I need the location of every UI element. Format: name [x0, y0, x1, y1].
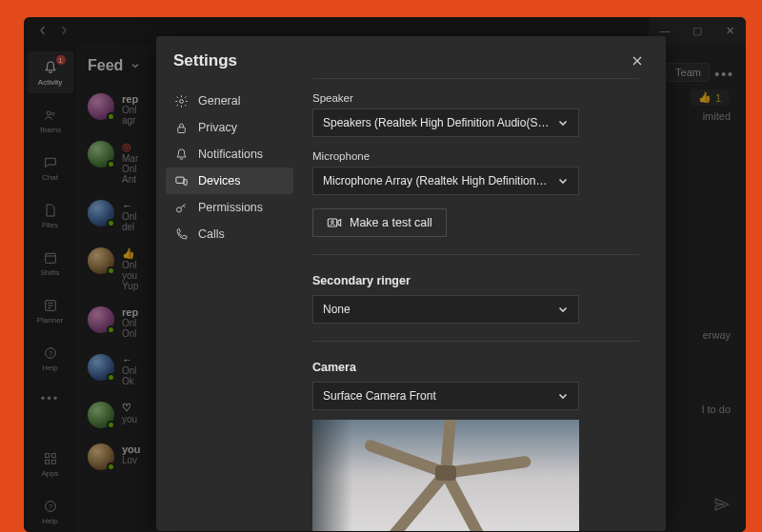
test-call-icon — [327, 216, 342, 229]
divider — [312, 341, 639, 342]
nav-privacy[interactable]: Privacy — [166, 114, 293, 141]
close-icon — [632, 55, 643, 67]
test-call-button[interactable]: Make a test call — [312, 208, 447, 237]
nav-calls[interactable]: Calls — [166, 221, 293, 247]
nav-permissions[interactable]: Permissions — [166, 194, 293, 221]
close-button[interactable] — [626, 49, 649, 72]
speaker-label: Speaker — [312, 92, 639, 104]
svg-point-13 — [179, 99, 183, 103]
chevron-down-icon — [557, 390, 569, 402]
svg-rect-15 — [175, 177, 183, 183]
divider — [312, 254, 639, 255]
camera-title: Camera — [312, 361, 639, 374]
microphone-label: Microphone — [312, 150, 639, 162]
speaker-dropdown[interactable]: Speakers (Realtek High Definition Audio(… — [312, 108, 579, 137]
chevron-down-icon — [557, 175, 569, 187]
app-window: — ▢ ✕ Activity 1 Teams — [24, 17, 746, 532]
settings-content: Speaker Speakers (Realtek High Definitio… — [299, 78, 666, 531]
devices-icon — [173, 173, 189, 188]
svg-point-17 — [176, 207, 181, 211]
gear-icon — [173, 93, 189, 108]
camera-preview: Preview — [312, 420, 579, 531]
settings-title: Settings — [173, 51, 237, 70]
divider — [312, 78, 639, 79]
nav-notifications[interactable]: Notifications — [166, 141, 293, 167]
lock-icon — [173, 120, 189, 135]
settings-dialog: Settings General Privacy — [156, 36, 666, 531]
camera-dropdown[interactable]: Surface Camera Front — [312, 382, 579, 410]
svg-rect-16 — [184, 179, 187, 185]
secondary-ringer-title: Secondary ringer — [312, 274, 639, 287]
nav-devices[interactable]: Devices — [166, 167, 293, 194]
microphone-dropdown[interactable]: Microphone Array (Realtek High Definitio… — [312, 167, 579, 195]
secondary-ringer-dropdown[interactable]: None — [312, 295, 579, 324]
chevron-down-icon — [557, 117, 569, 128]
phone-icon — [173, 227, 189, 242]
svg-rect-14 — [177, 127, 185, 132]
svg-point-19 — [331, 221, 334, 224]
key-icon — [173, 200, 189, 215]
settings-nav: General Privacy Notifications — [156, 78, 299, 531]
chevron-down-icon — [557, 304, 569, 315]
nav-general[interactable]: General — [166, 88, 293, 114]
bell-icon — [173, 147, 189, 162]
